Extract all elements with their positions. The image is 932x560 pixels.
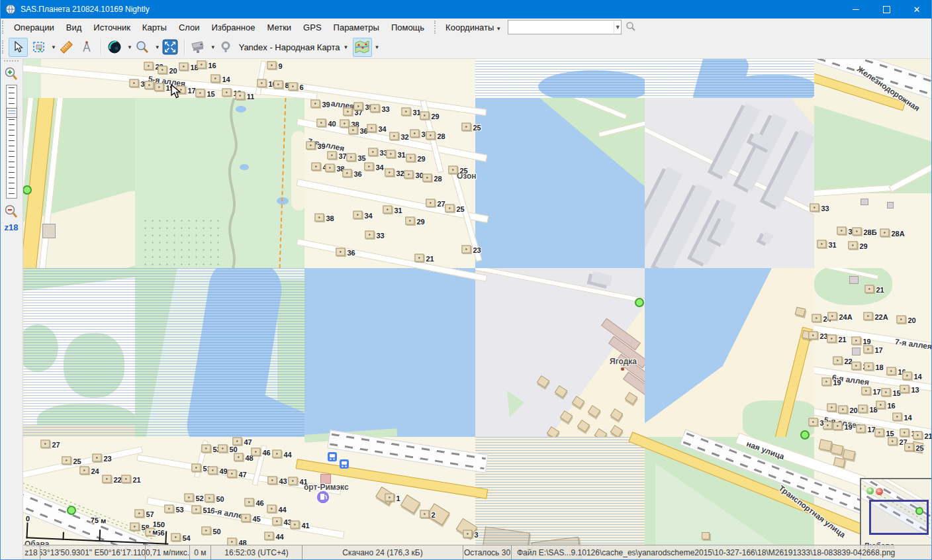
placemark-tool-button[interactable] (216, 38, 236, 57)
combobox-dropdown-icon[interactable]: ▼ (614, 21, 621, 33)
map-source-select[interactable]: Yandex - Народная Карта (236, 42, 342, 52)
dropdown-arrow-icon[interactable]: ▼ (127, 44, 132, 50)
zoom-level-label: z18 (0, 222, 23, 232)
menu-item[interactable]: Операции (8, 23, 60, 32)
dropdown-arrow-icon[interactable]: ▼ (375, 44, 380, 50)
bus-stop-icon (340, 459, 349, 471)
selection-icon (32, 40, 46, 54)
maximize-button[interactable] (871, 0, 902, 19)
waypoint-marker (915, 507, 923, 515)
search-icon[interactable] (626, 21, 636, 34)
waypoint-marker (23, 185, 32, 195)
minimize-button[interactable] (841, 0, 871, 19)
globe-icon (107, 40, 122, 54)
status-bar: z18 N53°13'50.9301" E50°16'17.1106" 0,71… (23, 545, 932, 560)
menu-item[interactable]: Избранное (206, 23, 261, 32)
slider-handle[interactable] (6, 108, 17, 118)
bus-stop-icon (328, 452, 337, 464)
magnifier-icon (135, 40, 150, 54)
menu-item[interactable]: Слои (173, 23, 206, 32)
menu-item[interactable]: GPS (297, 23, 327, 32)
minimap-zoom-out-button[interactable]: − (876, 488, 883, 495)
zoom-out-icon[interactable] (4, 204, 19, 220)
zoom-sidebar: z18 (0, 58, 23, 560)
sidebar-grip[interactable] (4, 60, 19, 64)
menu-item[interactable]: Метки (261, 23, 297, 32)
menu-bar-items: ОперацииВидИсточникКартыСлоиИзбранноеМет… (8, 23, 430, 32)
search-input[interactable] (508, 21, 614, 33)
projector-3d-icon (190, 40, 206, 54)
fullscreen-icon (162, 39, 178, 55)
window-title: SAS.Планета 210824.10169 Nightly (21, 5, 150, 14)
dropdown-arrow-icon[interactable]: ▼ (51, 44, 56, 50)
main-toolbar: ▼ ▼ ▼ ▼ Yandex - Народная Карта ▼ ▼ (0, 36, 932, 59)
coordinates-menu[interactable]: Координаты▼ (440, 23, 504, 32)
status-remaining: Осталось 30 (463, 545, 512, 560)
menu-item[interactable]: Карты (136, 23, 173, 32)
toolbar-grip[interactable] (2, 21, 5, 34)
cursor-icon (13, 41, 24, 53)
placemark-icon (219, 40, 232, 54)
fuel-station-icon (316, 490, 330, 507)
layers-select-button[interactable] (353, 38, 372, 57)
ruler-tool-button[interactable] (57, 38, 76, 57)
zoom-slider[interactable] (6, 85, 17, 199)
status-coordinates: N53°13'50.9301" E50°16'17.1106" (40, 545, 146, 560)
cursor-tool-button[interactable] (9, 38, 28, 57)
status-zoom: z18 (23, 545, 40, 560)
toolbar-grip[interactable] (434, 21, 438, 34)
menu-item[interactable]: Помощь (385, 23, 430, 32)
dropdown-arrow-icon[interactable]: ▼ (344, 44, 349, 50)
status-time: 16:52:03 (UTC+4) (211, 545, 303, 560)
status-file-path: Файл E:\SAS...9.10126\cache_es\yanarodsc… (512, 545, 932, 560)
app-icon (5, 4, 16, 15)
scale-start: 0 (26, 514, 30, 522)
toolbar-separator (101, 39, 101, 55)
coordinates-combobox[interactable]: ▼ (508, 20, 622, 34)
status-elevation: 0 м (190, 545, 211, 560)
slider-ticks (9, 87, 15, 196)
minimap-viewport-rect[interactable] (869, 500, 929, 535)
minimap-zoom-in-button[interactable]: + (866, 487, 874, 494)
title-bar: SAS.Планета 210824.10169 Nightly ✕ (0, 0, 932, 19)
waypoint-marker (800, 430, 810, 440)
status-downloaded: Скачано 24 (176,3 кБ) (303, 545, 463, 560)
markers-layer (0, 0, 932, 560)
mouse-cursor (171, 84, 183, 103)
compass-divider-icon (80, 40, 93, 54)
dropdown-arrow-icon[interactable]: ▼ (210, 44, 216, 50)
selection-tool-button[interactable] (29, 38, 48, 57)
zoom-in-icon[interactable] (4, 66, 19, 82)
ruler-icon (59, 40, 73, 54)
menu-bar: ОперацииВидИсточникКартыСлоиИзбранноеМет… (0, 19, 932, 36)
waypoint-marker (635, 298, 644, 307)
toolbar-grip[interactable] (2, 40, 5, 54)
scale-mid: 75 м (91, 516, 107, 525)
toolbar-separator (184, 39, 185, 55)
layers-map-icon (354, 40, 370, 54)
status-resolution: 0,71 м/пикс. (146, 545, 190, 560)
menu-item[interactable]: Вид (60, 23, 88, 32)
close-button[interactable]: ✕ (902, 0, 932, 19)
menu-item[interactable]: Параметры (328, 23, 385, 32)
bearing-tool-button[interactable] (77, 38, 97, 57)
menu-item[interactable]: Источник (87, 23, 136, 32)
waypoint-marker (67, 506, 76, 515)
zoom-rect-tool-button[interactable] (133, 38, 152, 57)
scale-end: 150 м (152, 520, 169, 537)
view-3d-tool-button[interactable] (189, 38, 208, 57)
fullscreen-toggle-button[interactable] (161, 38, 180, 57)
map-viewport[interactable]: 5-я аллеяаллея7-я аллеяЖелезнодорожная7-… (0, 0, 932, 560)
source-globe-button[interactable] (105, 38, 124, 57)
dropdown-arrow-icon[interactable]: ▼ (155, 44, 160, 50)
